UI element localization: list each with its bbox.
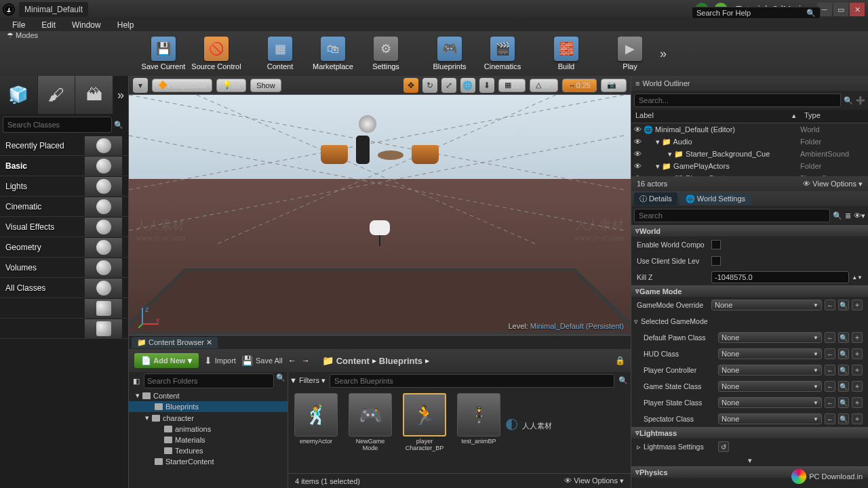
category-gamemode[interactable]: ▿ Game Mode — [631, 285, 868, 297]
category-all-classes[interactable]: All Classes — [0, 278, 128, 298]
search-icon[interactable]: 🔍 — [844, 96, 853, 105]
transform-scale-icon[interactable]: ⤢ — [441, 78, 456, 93]
viewport-perspective[interactable]: 🔶 Perspective — [152, 79, 212, 92]
dropdown[interactable]: None▼ — [718, 397, 822, 408]
category-world[interactable]: ▿ World — [631, 225, 868, 237]
outliner-row[interactable]: 👁🌐 Minimal_Default (Editor)World — [631, 123, 868, 136]
menu-file[interactable]: File — [4, 20, 33, 30]
viewport-lit[interactable]: 💡 Lit — [216, 79, 246, 92]
dropdown[interactable]: None▼ — [718, 365, 822, 375]
category-recently-placed[interactable]: Recently Placed — [0, 136, 128, 156]
grid-snap[interactable]: ▦ 10 — [498, 79, 526, 92]
browse-icon[interactable]: 🔍 — [838, 300, 849, 310]
placeable-actor[interactable] — [0, 298, 128, 319]
toolbar-save-current[interactable]: 💾Save Current — [142, 33, 184, 74]
add-icon[interactable]: ＋ — [852, 381, 863, 392]
outliner-row[interactable]: 👁▾ 📁 Starter_Background_CueAmbientSound — [631, 148, 868, 160]
prev-icon[interactable]: ← — [825, 381, 835, 392]
mode-paint-icon[interactable]: 🖌 — [38, 76, 76, 114]
add-icon[interactable]: ＋ — [852, 348, 863, 359]
search-icon[interactable]: 🔍 — [112, 117, 125, 133]
tab-world-settings[interactable]: 🌐 World Settings — [680, 193, 751, 205]
folder-textures[interactable]: Textures — [129, 445, 288, 456]
save-all-button[interactable]: 💾Save All — [241, 355, 283, 366]
transform-rotate-icon[interactable]: ↻ — [422, 78, 437, 93]
toolbar-blueprints[interactable]: 🎮Blueprints — [429, 33, 471, 74]
toggle-sources-icon[interactable]: ◧ — [130, 373, 142, 388]
checkbox[interactable] — [711, 256, 721, 266]
camera-speed[interactable]: 📷 4 — [601, 79, 627, 92]
menu-window[interactable]: Window — [64, 20, 109, 30]
history-back-button[interactable]: ← — [288, 356, 296, 365]
prop-lightmass-settings[interactable]: ▹Lightmass Settings↺ — [631, 439, 868, 455]
search-assets-input[interactable] — [330, 374, 614, 388]
coord-space-icon[interactable]: 🌐 — [460, 78, 475, 93]
view-options-button[interactable]: 👁 View Options ▾ — [564, 476, 624, 485]
prev-icon[interactable]: ← — [825, 332, 835, 343]
asset-NewGameMode[interactable]: 🎮NewGameMode — [347, 393, 394, 451]
outliner-search-input[interactable] — [634, 94, 841, 107]
browse-icon[interactable]: 🔍 — [838, 332, 849, 343]
add-icon[interactable]: ＋ — [852, 397, 863, 408]
folder-content[interactable]: ▾Content — [129, 390, 288, 401]
toolbar-source-control[interactable]: 🚫Source Control — [195, 33, 237, 74]
search-classes-input[interactable] — [3, 117, 112, 133]
breadcrumb[interactable]: 📁Content ▸ Blueprints ▸ — [322, 355, 429, 366]
gamemode-override-dropdown[interactable]: None▼ — [711, 300, 822, 310]
maximize-button[interactable]: ▭ — [833, 3, 848, 16]
dropdown[interactable]: None▼ — [718, 348, 822, 359]
search-icon[interactable]: 🔍 — [618, 376, 629, 385]
angle-snap[interactable]: △ 10° — [530, 79, 559, 92]
toolbar-overflow-icon[interactable]: » — [656, 47, 670, 61]
world-outliner-header[interactable]: ≡ World Outliner — [631, 76, 868, 91]
content-browser-tab[interactable]: 📁 Content Browser ✕ — [132, 337, 218, 348]
toolbar-settings[interactable]: ⚙Settings — [365, 33, 407, 74]
history-fwd-button[interactable]: → — [302, 356, 310, 365]
add-icon[interactable]: ＋ — [852, 300, 863, 310]
prop-selected-gamemode[interactable]: ▿ Selected GameMode — [631, 313, 868, 329]
expand-icon[interactable]: ▾ — [631, 455, 868, 466]
browse-icon[interactable]: 🔍 — [838, 348, 849, 359]
add-filter-icon[interactable]: ➕ — [856, 96, 865, 105]
toolbar-cinematics[interactable]: 🎬Cinematics — [481, 33, 524, 74]
tab-details[interactable]: ⓘ Details — [634, 192, 677, 205]
folder-startercontent[interactable]: StarterContent — [129, 456, 288, 467]
add-icon[interactable]: ＋ — [852, 332, 863, 343]
prev-icon[interactable]: ← — [825, 397, 835, 408]
filters-dropdown[interactable]: ▼ Filters ▾ — [290, 376, 326, 385]
category-visual-effects[interactable]: Visual Effects — [0, 217, 128, 237]
mode-landscape-icon[interactable]: 🏔 — [75, 76, 113, 114]
transform-move-icon[interactable]: ✥ — [403, 78, 418, 93]
add-icon[interactable]: ＋ — [852, 365, 863, 375]
prev-icon[interactable]: ← — [825, 365, 835, 375]
search-folders-input[interactable] — [144, 373, 274, 388]
folder-materials[interactable]: Materials — [129, 434, 288, 445]
dropdown[interactable]: None▼ — [718, 332, 822, 343]
asset-playerCharacter_BP[interactable]: 🏃playerCharacter_BP — [401, 393, 448, 451]
menu-help[interactable]: Help — [109, 20, 142, 30]
surface-snap-icon[interactable]: ⬇ — [479, 78, 494, 93]
dropdown[interactable]: None▼ — [718, 381, 822, 392]
level-tab[interactable]: Minimal_Default — [19, 2, 88, 17]
category-volumes[interactable]: Volumes — [0, 258, 128, 278]
prev-icon[interactable]: ← — [825, 348, 835, 359]
browse-icon[interactable]: 🔍 — [838, 381, 849, 392]
prev-icon[interactable]: ← — [825, 300, 835, 310]
search-icon[interactable]: 🔍 — [275, 373, 286, 388]
help-search-input[interactable]: Search For Help 🔍 — [692, 7, 821, 19]
mode-place-icon[interactable]: 🧊 — [0, 76, 38, 114]
toolbar-play[interactable]: ▶Play — [609, 33, 651, 74]
import-button[interactable]: ⬇Import — [204, 355, 236, 366]
modes-overflow-icon[interactable]: » — [113, 76, 128, 114]
toolbar-content[interactable]: ▦Content — [259, 33, 301, 74]
close-button[interactable]: ✕ — [850, 3, 865, 16]
viewport[interactable]: 人人素材 www.rr-sc.com 人人素材 www.rr-sc.com zx… — [129, 95, 631, 335]
checkbox[interactable] — [711, 240, 721, 249]
viewport-show[interactable]: Show — [250, 79, 281, 92]
details-view-icon[interactable]: ≣ — [845, 211, 851, 220]
add-new-button[interactable]: 📄 Add New ▾ — [134, 353, 199, 368]
details-eye-icon[interactable]: 👁▾ — [854, 211, 865, 220]
reset-icon[interactable]: ↺ — [718, 441, 729, 452]
category-cinematic[interactable]: Cinematic — [0, 197, 128, 217]
toolbar-build[interactable]: 🧱Build — [545, 33, 587, 74]
